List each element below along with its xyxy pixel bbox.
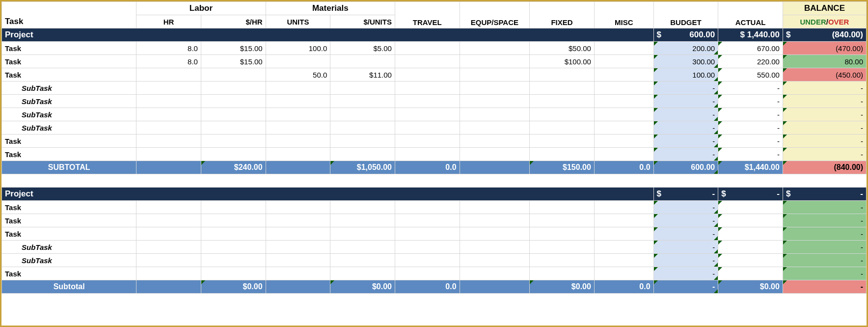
actual-cell[interactable] xyxy=(718,214,783,227)
budget-cell[interactable]: - xyxy=(653,108,718,121)
header-actual: ACTUAL xyxy=(718,2,783,28)
task-row[interactable]: Task50.0$11.00100.00550.00(450.00) xyxy=(2,68,867,82)
header-under-over: UNDER/OVER xyxy=(783,15,866,28)
actual-cell[interactable] xyxy=(718,201,783,214)
actual-cell[interactable]: 220.00 xyxy=(718,55,783,68)
balance-cell[interactable]: - xyxy=(783,201,866,214)
actual-cell[interactable] xyxy=(718,227,783,241)
budget-cell[interactable]: - xyxy=(653,201,718,214)
actual-cell[interactable]: - xyxy=(718,135,783,148)
budget-cell[interactable]: 100.00 xyxy=(653,68,718,82)
header-materials: Materials xyxy=(266,2,395,15)
task-row[interactable]: Task--- xyxy=(2,135,867,148)
balance-cell[interactable]: - xyxy=(783,241,866,254)
balance-cell[interactable]: 80.00 xyxy=(783,55,866,68)
project-actual: $- xyxy=(718,188,783,201)
balance-cell[interactable]: (450.00) xyxy=(783,68,866,82)
balance-cell[interactable]: - xyxy=(783,267,866,280)
budget-cell[interactable]: - xyxy=(653,95,718,108)
balance-cell[interactable]: - xyxy=(783,82,866,95)
balance-cell[interactable]: - xyxy=(783,227,866,241)
project-budget: $- xyxy=(653,188,718,201)
task-row[interactable]: Task-- xyxy=(2,214,867,227)
header-misc: MISC xyxy=(594,2,653,28)
balance-cell[interactable]: - xyxy=(783,95,866,108)
subtotal-row: SUBTOTAL $240.00 $1,050.00 0.0 $150.00 0… xyxy=(2,161,867,174)
subtask-row[interactable]: SubTask-- xyxy=(2,254,867,267)
actual-cell[interactable]: - xyxy=(718,95,783,108)
actual-cell[interactable]: 670.00 xyxy=(718,42,783,55)
header-labor: Labor xyxy=(136,2,266,15)
project-balance: $- xyxy=(783,188,866,201)
balance-cell[interactable]: (470.00) xyxy=(783,42,866,55)
blank-row xyxy=(2,174,867,188)
budget-cell[interactable]: - xyxy=(653,121,718,135)
task-row[interactable]: Task8.0$15.00100.0$5.00$50.00200.00670.0… xyxy=(2,42,867,55)
task-row[interactable]: Task--- xyxy=(2,148,867,161)
header-fixed: FIXED xyxy=(530,2,595,28)
balance-cell[interactable]: - xyxy=(783,108,866,121)
budget-cell[interactable]: - xyxy=(653,267,718,280)
subtask-row[interactable]: SubTask--- xyxy=(2,82,867,95)
project-header-row[interactable]: Project $- $- $- xyxy=(2,188,867,201)
budget-cell[interactable]: - xyxy=(653,241,718,254)
project-label[interactable]: Project xyxy=(2,28,654,42)
actual-cell[interactable]: - xyxy=(718,108,783,121)
budget-spreadsheet[interactable]: Task Labor Materials TRAVEL EQUP/SPACE F… xyxy=(1,1,867,294)
actual-cell[interactable]: - xyxy=(718,82,783,95)
subtotal-row: Subtotal $0.00 $0.00 0.0 $0.00 0.0 - $0.… xyxy=(2,280,867,294)
header-hr: HR xyxy=(136,15,201,28)
balance-cell[interactable]: - xyxy=(783,254,866,267)
budget-cell[interactable]: - xyxy=(653,227,718,241)
task-row[interactable]: Task-- xyxy=(2,267,867,280)
header-urate: $/UNITS xyxy=(330,15,395,28)
budget-cell[interactable]: 200.00 xyxy=(653,42,718,55)
header-units: UNITS xyxy=(266,15,330,28)
task-row[interactable]: Task8.0$15.00$100.00300.00220.0080.00 xyxy=(2,55,867,68)
subtask-row[interactable]: SubTask--- xyxy=(2,108,867,121)
subtotal-label: Subtotal xyxy=(2,280,136,294)
project-header-row[interactable]: Project $600.00 $ 1,440.00 $(840.00) xyxy=(2,28,867,42)
actual-cell[interactable] xyxy=(718,267,783,280)
project-label[interactable]: Project xyxy=(2,188,654,201)
budget-cell[interactable]: - xyxy=(653,214,718,227)
actual-cell[interactable]: - xyxy=(718,121,783,135)
actual-cell[interactable] xyxy=(718,241,783,254)
header-equp: EQUP/SPACE xyxy=(460,2,530,28)
project-budget: $600.00 xyxy=(653,28,718,42)
task-row[interactable]: Task-- xyxy=(2,227,867,241)
header-row-group: Task Labor Materials TRAVEL EQUP/SPACE F… xyxy=(2,2,867,15)
balance-cell[interactable]: - xyxy=(783,214,866,227)
header-rate: $/HR xyxy=(201,15,266,28)
subtask-row[interactable]: SubTask--- xyxy=(2,121,867,135)
subtotal-label: SUBTOTAL xyxy=(2,161,136,174)
project-balance: $(840.00) xyxy=(783,28,866,42)
actual-cell[interactable]: 550.00 xyxy=(718,68,783,82)
header-balance: BALANCE xyxy=(783,2,866,15)
balance-cell[interactable]: - xyxy=(783,121,866,135)
subtask-row[interactable]: SubTask-- xyxy=(2,241,867,254)
actual-cell[interactable] xyxy=(718,254,783,267)
header-task: Task xyxy=(2,2,136,28)
budget-cell[interactable]: - xyxy=(653,82,718,95)
balance-cell[interactable]: - xyxy=(783,135,866,148)
budget-cell[interactable]: - xyxy=(653,254,718,267)
budget-cell[interactable]: - xyxy=(653,135,718,148)
project-actual: $ 1,440.00 xyxy=(718,28,783,42)
budget-cell[interactable]: - xyxy=(653,148,718,161)
subtask-row[interactable]: SubTask--- xyxy=(2,95,867,108)
header-travel: TRAVEL xyxy=(395,2,460,28)
header-budget: BUDGET xyxy=(653,2,718,28)
task-row[interactable]: Task-- xyxy=(2,201,867,214)
balance-cell[interactable]: - xyxy=(783,148,866,161)
budget-cell[interactable]: 300.00 xyxy=(653,55,718,68)
actual-cell[interactable]: - xyxy=(718,148,783,161)
